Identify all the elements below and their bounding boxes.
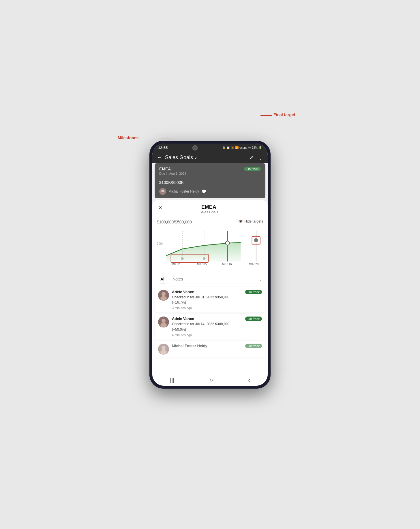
- svg-text:M06 23: M06 23: [172, 263, 181, 266]
- nav-menu-button[interactable]: |||: [164, 376, 180, 385]
- tab-all[interactable]: All: [157, 274, 169, 283]
- svg-point-17: [162, 292, 166, 296]
- signal-icon: ▪▪▪: [248, 146, 251, 149]
- hide-targets-button[interactable]: 👁️ Hide targets: [238, 219, 263, 224]
- checkin-body: Michal Foster Heldy On track: [172, 344, 262, 355]
- svg-point-8: [226, 241, 230, 245]
- nav-home-button[interactable]: ○: [204, 376, 219, 385]
- status-icons: 🔒 ⏰ 🔕 📶 VoLTE ▪▪▪ 72% 🔋: [222, 146, 262, 149]
- tab-notes[interactable]: Notes: [169, 274, 187, 283]
- volte-label: VoLTE: [239, 146, 247, 149]
- card-user-name: Michal Foster Heldy: [168, 189, 199, 193]
- checkin-status-badge: On track: [245, 317, 262, 321]
- avatar: [158, 317, 169, 327]
- card-footer: MF Michal Foster Heldy 💬: [159, 188, 261, 195]
- avatar: [158, 290, 169, 301]
- modal-title: EMEA: [164, 204, 254, 210]
- modal-subtitle: Sales Goals: [164, 210, 254, 214]
- phone-screen: 12:55 🔒 ⏰ 🔕 📶 VoLTE ▪▪▪ 72% 🔋 ← Sales Go…: [152, 144, 268, 386]
- checkin-body: Adele Vance On track Checked in for Jul …: [172, 290, 262, 310]
- hide-targets-label: Hide targets: [244, 219, 263, 223]
- svg-point-21: [160, 323, 167, 327]
- app-bar-title: Sales Goals ∨: [165, 155, 247, 161]
- wifi-icon: 📶: [235, 146, 239, 149]
- checkin-name: Michal Foster Heldy: [172, 344, 207, 348]
- app-bar: ← Sales Goals ∨ ⤢ ⋮: [152, 152, 268, 163]
- card-amount: $100K/$500K: [159, 178, 261, 186]
- svg-point-23: [162, 346, 166, 350]
- tabs-row: All Notes ⋮: [152, 273, 268, 283]
- avatar: MF: [159, 188, 166, 195]
- tabs-more-button[interactable]: ⋮: [258, 276, 263, 282]
- back-button[interactable]: ←: [157, 155, 162, 161]
- svg-point-18: [160, 296, 167, 301]
- checkin-status-badge: On track: [245, 344, 262, 348]
- checkin-percent: (+16.7%): [172, 300, 262, 305]
- svg-text:M07 16: M07 16: [222, 263, 232, 266]
- alarm-icon: ⏰: [226, 146, 230, 149]
- battery-icon: 🔋: [258, 146, 262, 149]
- background-goal-card: EMEA On track Due in Aug 1, 2022 $100K/$…: [155, 163, 265, 198]
- nav-back-button[interactable]: ‹: [242, 376, 256, 385]
- status-bar: 12:55 🔒 ⏰ 🔕 📶 VoLTE ▪▪▪ 72% 🔋: [152, 144, 268, 152]
- checkin-time: 4 minutes ago: [172, 333, 262, 337]
- mute-icon: 🔕: [231, 146, 234, 149]
- card-due-date: Due in Aug 1, 2022: [159, 172, 261, 175]
- checkin-header: Michal Foster Heldy On track: [172, 344, 262, 348]
- modal-amount-target: /$500,000: [174, 220, 192, 224]
- amount-row: $100,000/$500,000 👁️ Hide targets: [152, 217, 268, 227]
- checkin-text: Checked in for Jul 14, 2022 $300,000: [172, 322, 262, 327]
- checkin-body: Adele Vance On track Checked in for Jul …: [172, 317, 262, 337]
- camera-notch: [192, 145, 198, 150]
- svg-point-9: [254, 238, 258, 242]
- svg-point-24: [160, 350, 167, 355]
- app-title-text: Sales Goals: [165, 155, 193, 161]
- svg-text:300k: 300k: [157, 242, 164, 245]
- milestones-annotation: Milestones: [118, 135, 138, 140]
- checkin-card: Adele Vance On track Checked in for Jul …: [155, 314, 265, 340]
- modal-amount: $100,000/$500,000: [157, 218, 192, 225]
- checkin-percent: (+50.0%): [172, 327, 262, 332]
- checkin-name: Adele Vance: [172, 317, 194, 321]
- checkin-card: Adele Vance On track Checked in for Jul …: [155, 287, 265, 313]
- expand-button[interactable]: ⤢: [250, 155, 253, 160]
- app-bar-actions: ⤢ ⋮: [250, 155, 263, 161]
- phone-frame: 12:55 🔒 ⏰ 🔕 📶 VoLTE ▪▪▪ 72% 🔋 ← Sales Go…: [149, 141, 271, 389]
- checkin-card: Michal Foster Heldy On track: [155, 341, 265, 357]
- modal-title-block: EMEA Sales Goals: [164, 204, 254, 214]
- lock-icon: 🔒: [222, 146, 226, 149]
- checkin-time: 3 minutes ago: [172, 306, 262, 310]
- chart-container: 300k: [152, 227, 268, 273]
- final-target-annotation: Final target: [273, 112, 295, 117]
- modal-header: × EMEA Sales Goals: [152, 200, 268, 217]
- checkin-header: Adele Vance On track: [172, 290, 262, 294]
- svg-text:M07 28: M07 28: [249, 263, 259, 266]
- status-time: 12:55: [158, 146, 168, 150]
- modal-amount-current: $100,000: [157, 220, 174, 224]
- modal-sheet: × EMEA Sales Goals $100,000/$500,000 👁️ …: [152, 200, 268, 373]
- checkin-status-badge: On track: [245, 290, 262, 294]
- goal-chart: 300k: [155, 227, 265, 271]
- more-menu-button[interactable]: ⋮: [258, 155, 263, 161]
- card-title: EMEA: [159, 167, 171, 171]
- card-status-badge: On track: [244, 167, 261, 171]
- svg-point-20: [162, 319, 166, 323]
- svg-point-7: [202, 257, 206, 260]
- annotation-line-final: [260, 115, 272, 116]
- checkin-name: Adele Vance: [172, 290, 194, 294]
- checkin-text: Checked in for Jul 31, 2022 $350,000: [172, 295, 262, 300]
- annotation-line-milestones: [160, 138, 171, 138]
- checkin-list: Adele Vance On track Checked in for Jul …: [152, 283, 268, 373]
- svg-text:M07 05: M07 05: [197, 263, 207, 266]
- bottom-nav: ||| ○ ‹: [152, 373, 268, 386]
- hide-targets-icon: 👁️: [238, 219, 243, 224]
- comment-icon: 💬: [201, 189, 206, 194]
- battery-label: 72%: [252, 146, 258, 149]
- dropdown-icon[interactable]: ∨: [194, 155, 197, 160]
- svg-point-6: [181, 257, 184, 260]
- close-button[interactable]: ×: [157, 204, 164, 211]
- avatar: [158, 344, 169, 355]
- checkin-header: Adele Vance On track: [172, 317, 262, 321]
